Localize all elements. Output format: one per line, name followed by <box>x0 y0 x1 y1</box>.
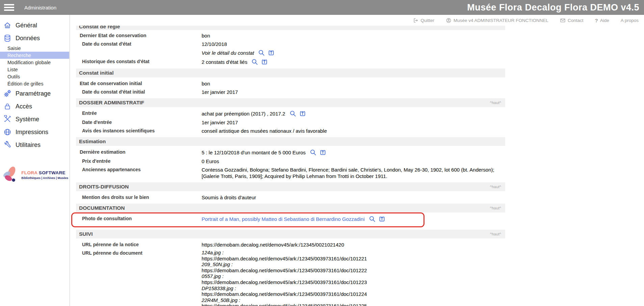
search-icon[interactable] <box>289 110 297 117</box>
field-value: Portrait of a Man, possibly Matteo di Se… <box>202 215 505 223</box>
record-link[interactable]: Portrait of a Man, possibly Matteo di Se… <box>202 216 365 222</box>
sidebar-subitem-édition-de-grilles[interactable]: Édition de grilles <box>0 80 69 87</box>
open-record-icon[interactable] <box>261 58 268 66</box>
open-record-icon[interactable] <box>319 149 327 156</box>
field-row: Photo de consultationPortrait of a Man, … <box>76 214 505 224</box>
document-url: https://demobam.decalog.net/demov45/ark:… <box>202 268 505 274</box>
value-text: 1er janvier 2017 <box>202 120 238 125</box>
back-to-top-link[interactable]: ^haut^ <box>490 101 501 105</box>
mail-icon <box>560 18 566 23</box>
document-filename: 0557.jpg : <box>202 274 505 280</box>
field-row: Etat de conservation initialbon <box>76 79 505 88</box>
field-label: Photo de consultation <box>76 215 202 222</box>
open-record-icon[interactable] <box>268 49 275 56</box>
utility-bar: QuitterMusée v4 ADMINISTRATEUR FONCTIONN… <box>70 15 644 26</box>
field-value: Voir le détail du constat <box>202 49 505 56</box>
section-title: DROITS-DIFFUSION <box>79 184 129 190</box>
section-title: DOSSIER ADMINISTRATIF <box>79 100 144 106</box>
utility-link-quitter[interactable]: Quitter <box>413 18 434 23</box>
field-label: Anciennes appartenances <box>76 167 202 173</box>
user-icon <box>446 18 452 23</box>
sidebar-item-label: Utilitaires <box>16 142 41 149</box>
help-icon: ? <box>595 18 598 23</box>
field-label: Mention des droits sur le bien <box>76 194 202 201</box>
back-to-top-link[interactable]: ^haut^ <box>490 206 501 210</box>
value-action-icons <box>258 49 275 56</box>
field-value: 1er janvier 2017 <box>202 89 505 95</box>
field-value: 1er janvier 2017 <box>202 119 505 126</box>
sidebar-item-paramétrage[interactable]: Paramétrage <box>0 87 70 100</box>
value-text: Soumis à droits d'auteur <box>202 195 256 200</box>
back-to-top-link[interactable]: ^haut^ <box>490 232 501 236</box>
sidebar-subitem-saisie[interactable]: Saisie <box>0 45 69 52</box>
field-row: Prix d'entrée0 Euros <box>76 157 505 165</box>
sidebar-subitem-modification-globale[interactable]: Modification globale <box>0 59 69 66</box>
sidebar-item-accès[interactable]: Accès <box>0 100 70 113</box>
sidebar-item-impressions[interactable]: Impressions <box>0 126 70 138</box>
value-text: bon <box>202 81 210 86</box>
field-label: Prix d'entrée <box>76 158 202 164</box>
field-value: Soumis à droits d'auteur <box>202 194 505 201</box>
field-label: Entrée <box>76 110 202 117</box>
search-icon[interactable] <box>369 215 376 223</box>
utility-link-aide[interactable]: ?Aide <box>595 18 609 23</box>
value-text: achat par préemption (2017) , 2017.2 <box>202 111 285 117</box>
document-url: https://demobam.decalog.net/demov45/ark:… <box>202 280 505 286</box>
sidebar-subitem-liste[interactable]: Liste <box>0 66 69 73</box>
sidebar-item-données[interactable]: Données <box>0 32 70 45</box>
sidebar-item-système[interactable]: Système <box>0 113 70 126</box>
field-label: Dernier Etat de conservation <box>76 32 202 39</box>
field-row: URL pérenne du document124a.jpg :https:/… <box>76 249 505 306</box>
field-value: 5 : le 12/10/2018 d'un montant de 5 000 … <box>202 149 505 156</box>
section-title: Constat de régie <box>79 26 120 30</box>
value-text: 12/10/2018 <box>202 41 227 47</box>
document-filename: 209_50N.jpg : <box>202 262 505 268</box>
top-bar: Administration Musée Flora Decalog Flora… <box>0 0 644 15</box>
sidebar-item-label: Données <box>16 35 40 42</box>
sidebar-item-label: Système <box>16 116 39 123</box>
lock-icon <box>3 102 11 110</box>
document-url: https://demobam.decalog.net/demov45/ark:… <box>202 303 505 306</box>
field-label: Historique des constats d'état <box>76 58 202 65</box>
utility-link-a-propos[interactable]: A propos <box>621 18 639 23</box>
record-detail-panel: Constat de régieDernier Etat de conserva… <box>70 26 644 306</box>
window-title: Musée Flora Decalog Flora DEMO v4.5 <box>467 2 639 13</box>
utility-link-mus-e-v4-administrateur-fonctionnel[interactable]: Musée v4 ADMINISTRATEUR FONCTIONNEL <box>446 18 548 23</box>
sidebar-item-utilitaires[interactable]: Utilitaires <box>0 138 70 151</box>
section-header-documentation: DOCUMENTATION^haut^ <box>76 204 505 212</box>
sidebar-item-label: Paramétrage <box>16 90 51 97</box>
search-icon[interactable] <box>251 58 258 66</box>
section-header-droits-diffusion: DROITS-DIFFUSION^haut^ <box>76 182 505 191</box>
field-row: Date du constat d'état12/10/2018 <box>76 40 505 48</box>
field-value: 124a.jpg :https://demobam.decalog.net/de… <box>202 250 505 306</box>
field-label: URL pérenne du document <box>76 250 202 256</box>
field-label: Date d'entrée <box>76 119 202 126</box>
value-text: 5 : le 12/10/2018 d'un montant de 5 000 … <box>202 150 306 155</box>
globe-icon <box>3 128 11 136</box>
open-record-icon[interactable] <box>299 110 306 117</box>
field-label: URL pérenne de la notice <box>76 241 202 248</box>
flora-software-logo: FLORA SOFTWARE Bibliothèques | Archives … <box>2 165 68 184</box>
search-icon[interactable] <box>310 149 317 156</box>
sidebar-subitem-recherche[interactable]: Recherche <box>0 52 69 59</box>
hamburger-menu-icon[interactable] <box>4 4 14 11</box>
document-filename: DP158338.jpg : <box>202 286 505 292</box>
sidebar-item-label: Accès <box>16 103 32 110</box>
gears-icon <box>3 90 11 98</box>
sidebar-item-général[interactable]: Général <box>0 19 70 32</box>
field-label: Etat de conservation initial <box>76 80 202 87</box>
document-filename: 22R4M_50B.jpg : <box>202 298 505 304</box>
document-filename: 124a.jpg : <box>202 250 505 256</box>
open-record-icon[interactable] <box>379 215 386 223</box>
app-name: Administration <box>24 5 56 10</box>
sidebar-item-label: Impressions <box>16 129 48 136</box>
utility-link-label: Musée v4 ADMINISTRATEUR FONCTIONNEL <box>454 18 548 23</box>
back-to-top-link[interactable]: ^haut^ <box>490 185 501 189</box>
field-label: Avis des instances scientifiques <box>76 128 202 134</box>
field-label: Date du constat d'état <box>76 41 202 47</box>
sidebar-item-label: Général <box>16 22 37 29</box>
utility-link-contact[interactable]: Contact <box>560 18 584 23</box>
sidebar-subitem-outils[interactable]: Outils <box>0 73 69 80</box>
search-icon[interactable] <box>258 49 265 56</box>
logout-icon <box>413 18 418 23</box>
